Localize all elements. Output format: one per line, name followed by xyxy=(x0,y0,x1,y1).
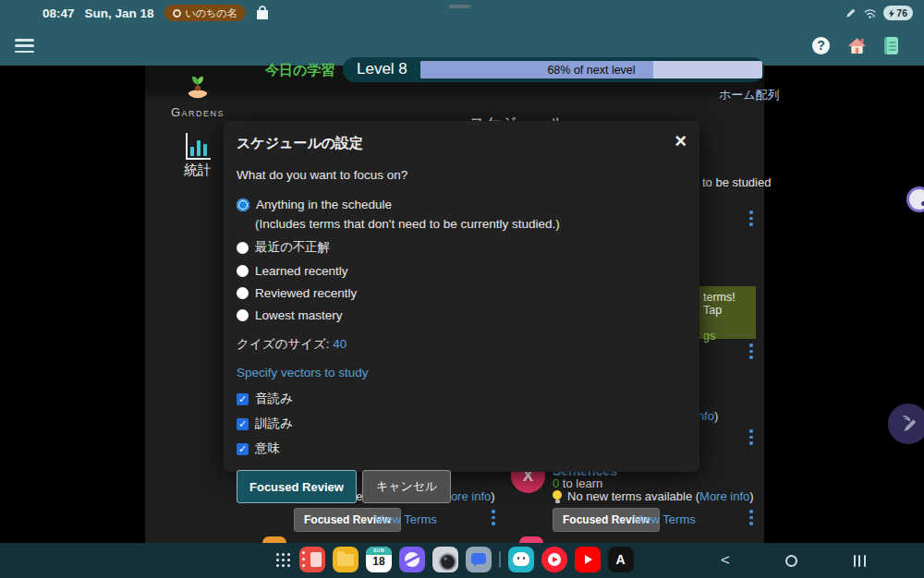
radio-anything-in-schedule[interactable]: Anything in the schedule xyxy=(237,198,687,211)
battery-percent: 76 xyxy=(896,7,907,18)
sentences-view-terms-link[interactable]: View Terms xyxy=(634,512,696,526)
schedule-settings-dialog: スケジュールの設定 × What do you want to focus on… xyxy=(224,121,699,472)
dialog-title: スケジュールの設定 xyxy=(237,133,363,152)
quiz-size-row: クイズのサイズ: 40 xyxy=(237,336,687,353)
files-app-icon[interactable] xyxy=(333,547,359,572)
wifi-off-icon xyxy=(863,7,877,19)
checkbox-onyomi[interactable]: 音読み xyxy=(237,391,687,407)
charging-bolt-icon xyxy=(889,9,894,18)
home-arrange-link[interactable]: ホーム配列 xyxy=(719,87,780,103)
messages-app-icon[interactable] xyxy=(466,547,492,572)
sidebar-item-gardens-label: Gardens xyxy=(157,105,238,119)
wordlist-icon[interactable] xyxy=(884,37,898,54)
nav-recents-button[interactable] xyxy=(846,543,872,578)
radio-icon[interactable] xyxy=(237,309,249,321)
radio-icon[interactable] xyxy=(237,287,249,299)
s-pen-air-command-button[interactable] xyxy=(888,403,924,444)
next-card-icon-peek xyxy=(262,536,286,543)
next-card-icon-peek xyxy=(519,536,543,543)
shopping-bag-icon xyxy=(256,6,269,20)
to-be-studied-text: to be studied xyxy=(702,175,771,189)
record-icon xyxy=(173,9,181,18)
new-terms-callout[interactable]: terms! Tap gs xyxy=(699,286,756,339)
help-icon[interactable] xyxy=(812,37,830,54)
sticker-app-icon[interactable] xyxy=(508,547,534,572)
today-study-label: 今日の学習 xyxy=(265,62,334,79)
home-icon[interactable] xyxy=(847,37,867,55)
youtube-app-icon[interactable] xyxy=(575,547,601,572)
more-info-link[interactable]: More info xyxy=(699,489,749,503)
sentences-overflow-menu-icon[interactable] xyxy=(745,510,758,525)
a-app-icon[interactable]: A xyxy=(608,547,634,572)
focus-question: What do you want to focus on? xyxy=(237,168,687,182)
stylus-status-icon xyxy=(845,7,857,19)
checkbox-meaning[interactable]: 意味 xyxy=(237,440,687,457)
battery-indicator: 76 xyxy=(883,6,913,20)
radio-reviewed-recently[interactable]: Reviewed recently xyxy=(237,286,687,300)
app-drawer-icon[interactable] xyxy=(275,552,290,567)
sidebar-item-gardens[interactable]: Gardens xyxy=(157,72,238,119)
assistive-ball[interactable] xyxy=(906,187,924,212)
quiz-size-value-link[interactable]: 40 xyxy=(333,337,346,351)
grammar-view-terms-link[interactable]: View Terms xyxy=(375,512,437,526)
tablet-screen: 08:47 Sun, Jan 18 いのちの名 76 xyxy=(0,0,924,578)
dock-divider xyxy=(499,551,501,568)
callout-link[interactable]: gs xyxy=(703,330,752,343)
radio-icon[interactable] xyxy=(237,242,249,254)
seedling-hand-icon xyxy=(184,72,212,100)
cancel-button[interactable]: キャンセル xyxy=(362,470,452,503)
overflow-menu-icon[interactable] xyxy=(745,429,758,445)
camera-app-icon[interactable] xyxy=(432,547,458,572)
bar-chart-icon xyxy=(186,133,211,160)
level-progress-text: 68% of next level xyxy=(420,61,762,78)
status-bar: 08:47 Sun, Jan 18 いのちの名 76 xyxy=(0,0,924,26)
overflow-menu-icon[interactable] xyxy=(745,211,758,226)
calendar-app-icon[interactable]: SUN 18 xyxy=(366,547,392,572)
specify-vectors-link[interactable]: Specify vectors to study xyxy=(237,366,687,379)
menu-icon[interactable] xyxy=(15,39,34,53)
notification-badge[interactable]: いのちの名 xyxy=(164,5,246,21)
browser-app-icon[interactable] xyxy=(399,547,425,572)
checkbox-checked-icon[interactable] xyxy=(237,443,249,455)
checkbox-checked-icon[interactable] xyxy=(237,418,249,430)
yt-music-app-icon[interactable] xyxy=(541,547,567,572)
level-label: Level 8 xyxy=(357,60,407,78)
radio-anything-subtext: (Includes terms that don't need to be cu… xyxy=(255,217,687,231)
date: Sun, Jan 18 xyxy=(85,6,154,20)
dock: SUN 18 A xyxy=(274,547,634,572)
taskbar: SUN 18 A < xyxy=(0,543,924,578)
grammar-overflow-menu-icon[interactable] xyxy=(487,510,500,525)
radio-learned-recently[interactable]: Learned recently xyxy=(237,264,687,278)
notification-badge-label: いのちの名 xyxy=(186,6,237,20)
level-capsule: Level 8 68% of next level xyxy=(343,57,764,82)
clock: 08:47 xyxy=(43,6,75,20)
camera-cutout xyxy=(449,5,470,8)
nav-back-button[interactable]: < xyxy=(711,543,739,578)
overflow-menu-icon[interactable] xyxy=(745,343,758,359)
s-pen-icon xyxy=(898,414,918,434)
checkbox-kunyomi[interactable]: 訓読み xyxy=(237,415,687,432)
checkbox-checked-icon[interactable] xyxy=(237,393,249,405)
notes-app-icon[interactable] xyxy=(299,547,325,572)
radio-lowest-mastery[interactable]: Lowest mastery xyxy=(237,308,687,322)
level-progress-bar: 68% of next level xyxy=(420,61,762,78)
callout-text: terms! Tap xyxy=(703,291,736,317)
nav-home-button[interactable] xyxy=(778,543,804,578)
radio-recent-incorrect[interactable]: 最近の不正解 xyxy=(237,239,687,256)
focused-review-button[interactable]: Focused Review xyxy=(237,470,357,503)
radio-selected-icon[interactable] xyxy=(237,199,249,211)
close-icon[interactable]: × xyxy=(675,133,687,150)
radio-icon[interactable] xyxy=(237,265,249,277)
